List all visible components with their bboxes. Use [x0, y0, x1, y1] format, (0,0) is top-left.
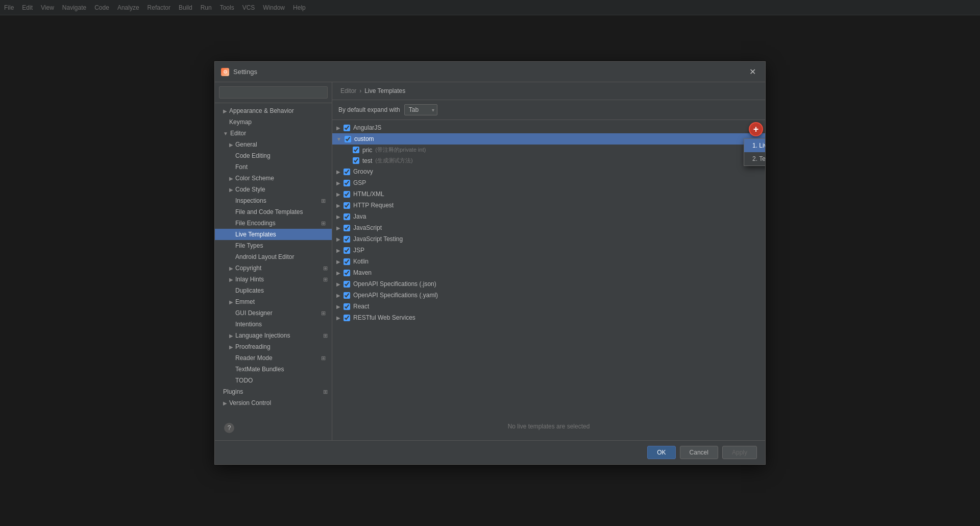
template-group-header-custom[interactable]: ▼ custom — [332, 133, 765, 145]
sidebar-item-language-injections[interactable]: ▶ Language Injections ⊞ — [215, 330, 332, 341]
sidebar-item-proofreading[interactable]: ▶ Proofreading — [215, 341, 332, 352]
template-group-header-restful[interactable]: ▶ RESTful Web Services — [332, 312, 765, 323]
gsp-checkbox[interactable] — [344, 180, 350, 186]
chevron-right-icon: ▶ — [336, 180, 340, 186]
html-xml-checkbox[interactable] — [344, 191, 350, 198]
template-group-header-jsp[interactable]: ▶ JSP — [332, 245, 765, 256]
help-button[interactable]: ? — [224, 423, 234, 433]
nav-tree: ▶ Appearance & Behavior Keymap ▼ Editor — [215, 103, 332, 416]
test-checkbox[interactable] — [353, 157, 359, 164]
template-child-pric[interactable]: pric (带注释的private int) — [332, 145, 765, 155]
sidebar-item-todo[interactable]: TODO — [215, 375, 332, 386]
sidebar-item-version-control[interactable]: ▶ Version Control — [215, 397, 332, 409]
group-label: RESTful Web Services — [353, 314, 415, 321]
chevron-right-icon: ▶ — [229, 142, 233, 148]
sidebar-item-label: Color Scheme — [235, 175, 274, 182]
template-group-header-groovy[interactable]: ▶ Groovy — [332, 166, 765, 177]
template-group-header-openapi-yaml[interactable]: ▶ OpenAPI Specifications (.yaml) — [332, 290, 765, 301]
chevron-right-icon: ▶ — [223, 400, 227, 406]
custom-checkbox[interactable] — [345, 136, 351, 142]
groovy-checkbox[interactable] — [344, 169, 350, 175]
sidebar-item-appearance[interactable]: ▶ Appearance & Behavior — [215, 105, 332, 116]
sidebar-item-file-types[interactable]: File Types — [215, 240, 332, 251]
close-button[interactable]: ✕ — [746, 66, 759, 78]
javascript-testing-checkbox[interactable] — [344, 236, 350, 243]
template-group-header-gsp[interactable]: ▶ GSP — [332, 177, 765, 188]
add-button[interactable]: + — [749, 122, 763, 136]
sidebar-item-intentions[interactable]: Intentions — [215, 319, 332, 330]
javascript-checkbox[interactable] — [344, 225, 350, 231]
sidebar-item-label: Proofreading — [235, 343, 271, 350]
template-group-header-javascript[interactable]: ▶ JavaScript — [332, 222, 765, 233]
sidebar-item-inspections[interactable]: Inspections ⊞ — [215, 195, 332, 206]
template-group-header-react[interactable]: ▶ React — [332, 301, 765, 312]
sidebar-item-reader-mode[interactable]: Reader Mode ⊞ — [215, 352, 332, 364]
modal-overlay: ⚙ Settings ✕ ▶ Appearance & Behavior — [0, 0, 980, 526]
pric-checkbox[interactable] — [353, 147, 359, 153]
sidebar-item-label: TODO — [235, 377, 253, 384]
sidebar-item-label: Inlay Hints — [235, 276, 264, 283]
template-group-header-java[interactable]: ▶ Java — [332, 211, 765, 222]
http-request-checkbox[interactable] — [344, 202, 350, 209]
kotlin-checkbox[interactable] — [344, 258, 350, 265]
template-group-header-maven[interactable]: ▶ Maven — [332, 267, 765, 278]
sidebar-item-label: Appearance & Behavior — [229, 107, 294, 114]
maven-checkbox[interactable] — [344, 270, 350, 276]
sidebar-item-label: Duplicates — [235, 287, 264, 294]
template-group-header-javascript-testing[interactable]: ▶ JavaScript Testing — [332, 233, 765, 245]
sidebar-item-textmate-bundles[interactable]: TextMate Bundles — [215, 364, 332, 375]
right-panel: Editor › Live Templates By default expan… — [332, 82, 765, 440]
sidebar-item-plugins[interactable]: Plugins ⊞ — [215, 386, 332, 397]
sidebar-item-duplicates[interactable]: Duplicates — [215, 285, 332, 296]
ok-button[interactable]: OK — [647, 446, 675, 459]
template-group-header-angularjs[interactable]: ▶ AngularJS — [332, 122, 765, 133]
java-checkbox[interactable] — [344, 213, 350, 220]
template-child-test[interactable]: test (生成测试方法) — [332, 155, 765, 166]
sidebar-item-general[interactable]: ▶ General — [215, 139, 332, 150]
sidebar-item-file-code-templates[interactable]: File and Code Templates — [215, 206, 332, 218]
template-group-header-http-request[interactable]: ▶ HTTP Request — [332, 200, 765, 211]
sidebar-item-file-encodings[interactable]: File Encodings ⊞ — [215, 218, 332, 229]
toolbar: By default expand with Tab Space Enter — [332, 100, 765, 120]
cancel-button[interactable]: Cancel — [680, 446, 718, 459]
sidebar-item-keymap[interactable]: Keymap — [215, 116, 332, 128]
group-label: HTML/XML — [353, 190, 384, 198]
sidebar-item-editor[interactable]: ▼ Editor — [215, 128, 332, 139]
expand-select-wrapper: Tab Space Enter — [404, 104, 437, 115]
dropdown-item-template-group[interactable]: 2. Template Group... — [744, 152, 765, 165]
react-checkbox[interactable] — [344, 303, 350, 310]
sidebar-item-android-layout-editor[interactable]: Android Layout Editor — [215, 251, 332, 262]
sidebar-item-label: Emmet — [235, 298, 255, 305]
template-group-maven: ▶ Maven — [332, 267, 765, 278]
sidebar-item-color-scheme[interactable]: ▶ Color Scheme — [215, 173, 332, 184]
restful-checkbox[interactable] — [344, 315, 350, 321]
angularjs-checkbox[interactable] — [344, 125, 350, 131]
child-label: test — [362, 157, 372, 164]
template-group-java: ▶ Java — [332, 211, 765, 222]
openapi-json-checkbox[interactable] — [344, 281, 350, 288]
template-group-header-openapi-json[interactable]: ▶ OpenAPI Specifications (.json) — [332, 278, 765, 290]
sidebar-item-live-templates[interactable]: Live Templates — [215, 229, 332, 240]
group-label: Java — [353, 213, 366, 220]
template-group-javascript-testing: ▶ JavaScript Testing — [332, 233, 765, 245]
expand-with-select[interactable]: Tab Space Enter — [404, 104, 437, 115]
openapi-yaml-checkbox[interactable] — [344, 292, 350, 299]
left-panel: ▶ Appearance & Behavior Keymap ▼ Editor — [215, 82, 332, 440]
sidebar-item-emmet[interactable]: ▶ Emmet — [215, 296, 332, 307]
apply-button[interactable]: Apply — [722, 446, 757, 459]
settings-search-input[interactable] — [219, 86, 328, 99]
template-group-header-html-xml[interactable]: ▶ HTML/XML — [332, 188, 765, 200]
template-group-http-request: ▶ HTTP Request — [332, 200, 765, 211]
sidebar-item-code-style[interactable]: ▶ Code Style — [215, 184, 332, 195]
sidebar-item-font[interactable]: Font — [215, 161, 332, 173]
sidebar-item-label: Language Injections — [235, 332, 290, 339]
template-group-header-kotlin[interactable]: ▶ Kotlin — [332, 256, 765, 267]
sidebar-item-code-editing[interactable]: Code Editing — [215, 150, 332, 161]
dropdown-item-live-template[interactable]: 1. Live Template — [744, 139, 765, 152]
jsp-checkbox[interactable] — [344, 247, 350, 254]
sidebar-item-label: GUI Designer — [235, 309, 273, 317]
dialog-titlebar: ⚙ Settings ✕ — [215, 62, 765, 82]
sidebar-item-copyright[interactable]: ▶ Copyright ⊞ — [215, 262, 332, 274]
sidebar-item-inlay-hints[interactable]: ▶ Inlay Hints ⊞ — [215, 274, 332, 285]
sidebar-item-gui-designer[interactable]: GUI Designer ⊞ — [215, 307, 332, 319]
